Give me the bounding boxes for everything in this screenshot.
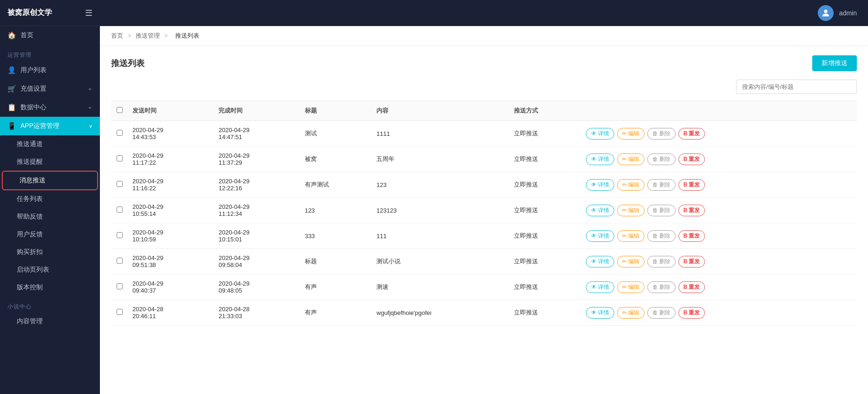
row-title: 有声测试	[300, 172, 372, 198]
topbar-username: admin	[839, 9, 857, 17]
row-checkbox-0[interactable]	[117, 130, 123, 136]
trash-icon: 🗑	[652, 258, 658, 265]
row-checkbox-1[interactable]	[117, 155, 123, 161]
row-checkbox-3[interactable]	[117, 207, 123, 213]
detail-button[interactable]: 👁详情	[586, 205, 614, 216]
edit-button[interactable]: ✏编辑	[617, 256, 644, 267]
sidebar-user-feedback-label: 用户反馈	[17, 230, 43, 239]
eye-icon: 👁	[591, 258, 597, 265]
eye-icon: 👁	[591, 181, 597, 188]
row-checkbox-6[interactable]	[117, 283, 123, 289]
sidebar-sub-message-push[interactable]: 消息推送	[3, 172, 97, 189]
sidebar-launch-page-label: 启动页列表	[17, 266, 49, 274]
add-push-button[interactable]: 新增推送	[812, 55, 857, 71]
resend-button[interactable]: B重发	[678, 179, 705, 191]
edit-button[interactable]: ✏编辑	[617, 205, 644, 216]
detail-button[interactable]: 👁详情	[586, 154, 614, 165]
trash-icon: 🗑	[652, 156, 658, 162]
menu-toggle-icon[interactable]: ☰	[85, 8, 92, 18]
sidebar-sub-content-mgmt[interactable]: 内容管理	[0, 313, 100, 330]
resend-button[interactable]: B重发	[678, 281, 705, 293]
sidebar-item-home[interactable]: 🏠 首页	[0, 26, 100, 45]
sidebar-sub-purchase-discount[interactable]: 购买折扣	[0, 243, 100, 261]
resend-button[interactable]: B重发	[678, 230, 705, 242]
detail-button[interactable]: 👁详情	[586, 256, 614, 267]
delete-button[interactable]: 🗑删除	[647, 179, 676, 191]
row-checkbox-7[interactable]	[117, 309, 123, 315]
sidebar-sub-launch-page[interactable]: 启动页列表	[0, 261, 100, 279]
row-checkbox-cell	[111, 300, 128, 326]
sidebar-sub-help-feedback[interactable]: 帮助反馈	[0, 208, 100, 226]
sidebar-item-user-list[interactable]: 👤 用户列表	[0, 61, 100, 80]
row-checkbox-cell	[111, 147, 128, 172]
row-checkbox-cell	[111, 172, 128, 198]
row-checkbox-4[interactable]	[117, 232, 123, 238]
breadcrumb-home[interactable]: 首页	[111, 32, 123, 39]
row-checkbox-cell	[111, 198, 128, 223]
edit-icon: ✏	[622, 284, 627, 290]
row-content: 测速	[372, 274, 509, 300]
edit-button[interactable]: ✏编辑	[617, 307, 644, 319]
delete-button[interactable]: 🗑删除	[647, 281, 676, 293]
delete-button[interactable]: 🗑删除	[647, 230, 676, 242]
row-complete-time: 2020-04-29 12:22:16	[214, 172, 300, 198]
eye-icon: 👁	[591, 207, 597, 214]
resend-button[interactable]: B重发	[678, 128, 705, 140]
edit-icon: ✏	[622, 309, 627, 316]
col-complete-time: 完成时间	[214, 101, 300, 121]
detail-button[interactable]: 👁详情	[586, 281, 614, 293]
sidebar-data-center-label: 数据中心	[20, 103, 46, 112]
row-actions: 👁详情 ✏编辑 🗑删除 B重发	[581, 274, 857, 300]
edit-button[interactable]: ✏编辑	[617, 154, 644, 165]
sidebar-item-recharge[interactable]: 🛒 充值设置 ＜	[0, 80, 100, 98]
sidebar-sub-user-feedback[interactable]: 用户反馈	[0, 226, 100, 243]
sidebar-push-reminder-label: 推送提醒	[17, 158, 43, 166]
row-checkbox-5[interactable]	[117, 258, 123, 264]
row-complete-time: 2020-04-29 09:48:05	[214, 274, 300, 300]
edit-button[interactable]: ✏编辑	[617, 230, 644, 242]
sidebar-sub-push-reminder[interactable]: 推送提醒	[0, 153, 100, 171]
resend-button[interactable]: B重发	[678, 205, 705, 216]
delete-button[interactable]: 🗑删除	[647, 205, 676, 216]
delete-button[interactable]: 🗑删除	[647, 307, 676, 319]
sidebar-item-app-operations[interactable]: 📱 APP运营管理 ∨	[0, 117, 100, 135]
edit-button[interactable]: ✏编辑	[617, 128, 644, 140]
resend-label-b: B	[684, 207, 688, 214]
detail-button[interactable]: 👁详情	[586, 230, 614, 242]
cart-icon: 🛒	[7, 85, 16, 93]
trash-icon: 🗑	[652, 309, 658, 316]
delete-button[interactable]: 🗑删除	[647, 128, 676, 140]
resend-button[interactable]: B重发	[678, 154, 705, 165]
row-actions: 👁详情 ✏编辑 🗑删除 B重发	[581, 147, 857, 172]
search-input[interactable]	[736, 80, 857, 94]
resend-button[interactable]: B重发	[678, 256, 705, 267]
trash-icon: 🗑	[652, 181, 658, 188]
edit-button[interactable]: ✏编辑	[617, 281, 644, 293]
sidebar-sub-push-channel[interactable]: 推送通道	[0, 135, 100, 153]
sidebar-item-data-center[interactable]: 📋 数据中心 ＜	[0, 98, 100, 117]
row-checkbox-2[interactable]	[117, 181, 123, 187]
sidebar-section-novel: 小说中心	[0, 296, 100, 313]
table-row: 2020-04-28 20:46:11 2020-04-28 21:33:03 …	[111, 300, 857, 326]
detail-button[interactable]: 👁详情	[586, 128, 614, 140]
row-actions: 👁详情 ✏编辑 🗑删除 B重发	[581, 172, 857, 198]
sidebar-version-control-label: 版本控制	[17, 283, 43, 292]
col-title: 标题	[300, 101, 372, 121]
table-header-row: 发送时间 完成时间 标题 内容 推送方式	[111, 101, 857, 121]
row-complete-time: 2020-04-29 09:58:04	[214, 249, 300, 274]
delete-button[interactable]: 🗑删除	[647, 256, 676, 267]
row-push-method: 立即推送	[509, 274, 581, 300]
delete-button[interactable]: 🗑删除	[647, 154, 676, 165]
resend-label-b: B	[684, 258, 688, 265]
breadcrumb-parent[interactable]: 推送管理	[136, 32, 160, 39]
detail-button[interactable]: 👁详情	[586, 307, 614, 319]
sidebar-sub-task-list[interactable]: 任务列表	[0, 190, 100, 208]
edit-button[interactable]: ✏编辑	[617, 179, 644, 191]
row-push-method: 立即推送	[509, 172, 581, 198]
main-area: admin 首页 > 推送管理 > 推送列表 推送列表 新增推送	[100, 0, 868, 394]
detail-button[interactable]: 👁详情	[586, 179, 614, 191]
sidebar-sub-version-control[interactable]: 版本控制	[0, 279, 100, 296]
col-content: 内容	[372, 101, 509, 121]
select-all-checkbox[interactable]	[117, 107, 123, 113]
resend-button[interactable]: B重发	[678, 307, 705, 319]
